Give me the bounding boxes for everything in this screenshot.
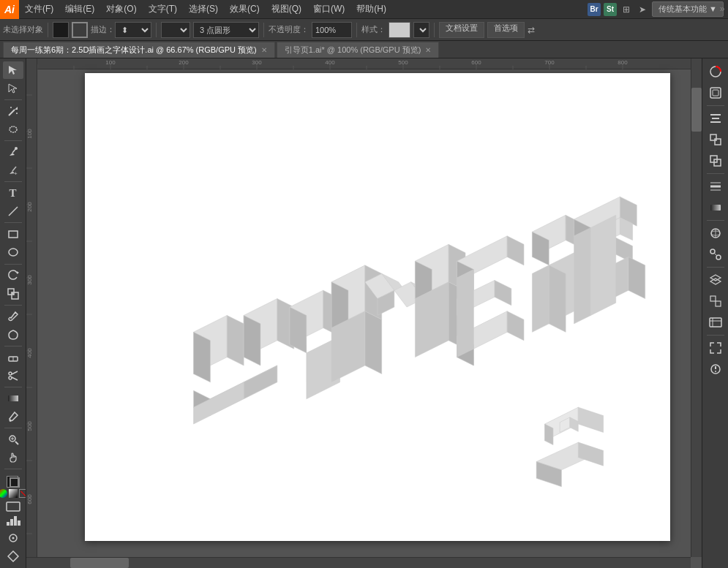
menu-items: 文件(F) 编辑(E) 对象(O) 文字(T) 选择(S) 效果(C) 视图(Q… — [19, 0, 588, 18]
more-icon[interactable]: ⇄ — [528, 25, 535, 35]
svg-marker-79 — [194, 332, 211, 382]
svg-rect-142 — [710, 88, 721, 98]
menu-file[interactable]: 文件(F) — [19, 0, 59, 18]
tool-sep4 — [4, 222, 22, 223]
style-select[interactable] — [413, 22, 429, 38]
right-panel-3d[interactable] — [705, 223, 726, 243]
main-area: + T — [0, 58, 728, 568]
tool-direct-selection[interactable] — [3, 80, 23, 97]
none-mode-btn[interactable] — [19, 489, 27, 498]
stroke-swatch[interactable] — [10, 477, 20, 488]
tool-eraser[interactable] — [3, 349, 23, 366]
vertical-scrollbar[interactable] — [691, 58, 702, 557]
right-panel-symbols[interactable] — [705, 244, 726, 265]
svg-point-4 — [10, 126, 17, 132]
tab-main-close[interactable]: ✕ — [261, 46, 267, 54]
right-panel-appearance[interactable] — [705, 83, 726, 103]
svg-text:800: 800 — [618, 59, 628, 66]
right-panel-artboards[interactable] — [705, 291, 726, 311]
svg-marker-137 — [578, 442, 603, 466]
workspace-selector[interactable]: 传统基本功能 ▼ — [652, 1, 724, 17]
top-right-area: Br St ⊞ ➤ 传统基本功能 ▼ — [588, 1, 728, 17]
tool-extra2[interactable] — [3, 548, 23, 565]
vertical-scroll-thumb[interactable] — [691, 88, 702, 132]
tool-scissors[interactable] — [3, 367, 23, 385]
tab-main-file[interactable]: 每周一练第6期：2.5D插画之字体设计.ai @ 66.67% (RGB/GPU… — [3, 42, 275, 58]
menu-edit[interactable]: 编辑(E) — [59, 0, 100, 18]
right-panel-expand[interactable] — [705, 338, 726, 358]
type-icon: T — [9, 187, 16, 200]
doc-settings-btn[interactable]: 文档设置 — [439, 22, 484, 38]
tool-magic-wand[interactable] — [3, 102, 23, 120]
right-panel-pathfinder[interactable] — [705, 151, 726, 171]
right-panel-links[interactable] — [705, 312, 726, 333]
menu-object[interactable]: 对象(O) — [100, 0, 142, 18]
ruler-top: 100 200 300 400 500 600 700 800 — [37, 58, 691, 69]
tool-hand[interactable] — [3, 449, 23, 466]
tabs-overflow[interactable]: » — [716, 0, 728, 18]
bar-chart-btn[interactable] — [6, 515, 20, 529]
right-panel-transform[interactable] — [705, 129, 726, 150]
fill-color[interactable] — [53, 22, 69, 38]
tool-eyedropper[interactable] — [3, 408, 23, 425]
tool-sep2 — [4, 140, 22, 141]
tool-blob-brush[interactable] — [3, 326, 23, 344]
tool-ellipse[interactable] — [3, 243, 23, 261]
right-panel-layers[interactable] — [705, 270, 726, 290]
letter-floating — [536, 407, 603, 487]
right-panel-align[interactable] — [705, 108, 726, 129]
tool-extra1[interactable] — [3, 529, 23, 547]
gradient-mode-btn[interactable] — [9, 489, 18, 498]
point-style-select[interactable] — [161, 22, 190, 38]
menu-type[interactable]: 文字(T) — [143, 0, 183, 18]
menu-select[interactable]: 选择(S) — [183, 0, 224, 18]
tool-add-anchor[interactable]: + — [3, 162, 23, 179]
tool-lasso[interactable] — [3, 121, 23, 138]
right-panel-gradient[interactable] — [705, 197, 726, 218]
tool-scale[interactable] — [3, 285, 23, 303]
tool-pen[interactable] — [3, 143, 23, 161]
stroke-group: 描边： ⬍ — [91, 22, 151, 38]
tab-guide-close[interactable]: ✕ — [425, 46, 431, 54]
preferences-btn[interactable]: 首选项 — [487, 22, 525, 38]
tool-zoom[interactable] — [3, 431, 23, 448]
svg-rect-163 — [710, 296, 716, 301]
svg-point-16 — [9, 372, 12, 375]
ruler-left: 100 200 300 400 500 600 — [26, 58, 37, 557]
tool-type[interactable]: T — [3, 184, 23, 202]
tool-line[interactable] — [3, 202, 23, 220]
color-mode-btn[interactable] — [0, 489, 7, 498]
tool-gradient[interactable] — [3, 390, 23, 407]
right-panel-color[interactable] — [705, 61, 726, 82]
svg-marker-1 — [15, 107, 18, 110]
menu-effect[interactable]: 效果(C) — [224, 0, 266, 18]
svg-marker-89 — [290, 307, 307, 353]
horizontal-scroll-thumb[interactable] — [70, 558, 129, 568]
tool-sep8 — [4, 387, 22, 387]
svg-rect-144 — [710, 114, 721, 116]
layout-icon: ⊞ — [623, 4, 630, 15]
svg-line-160 — [714, 253, 717, 256]
menu-help[interactable]: 帮助(H) — [350, 0, 392, 18]
stroke-select[interactable]: ⬍ — [115, 22, 151, 38]
right-panel-properties[interactable] — [705, 359, 726, 379]
tool-sep9 — [4, 428, 22, 428]
svg-text:300: 300 — [252, 59, 262, 66]
stroke-color[interactable] — [72, 22, 88, 38]
menu-view[interactable]: 视图(Q) — [266, 0, 307, 18]
style-color[interactable] — [389, 22, 410, 38]
opacity-input[interactable] — [312, 22, 352, 38]
app-logo: Ai — [0, 0, 19, 19]
tool-rectangle[interactable] — [3, 225, 23, 243]
svg-marker-134 — [578, 407, 603, 432]
right-panel-stroke[interactable] — [705, 176, 726, 197]
menu-window[interactable]: 窗口(W) — [307, 0, 350, 18]
horizontal-scrollbar[interactable] — [26, 557, 691, 568]
point-type-select[interactable]: 3 点圆形 — [193, 22, 259, 38]
tool-paintbrush[interactable] — [3, 307, 23, 325]
screen-mode-btn[interactable] — [6, 501, 20, 514]
tool-rotate[interactable] — [3, 266, 23, 284]
tab-guide-file[interactable]: 引导页1.ai* @ 100% (RGB/GPU 预览) ✕ — [277, 42, 440, 58]
tool-selection[interactable] — [3, 61, 23, 79]
svg-rect-165 — [710, 318, 721, 327]
